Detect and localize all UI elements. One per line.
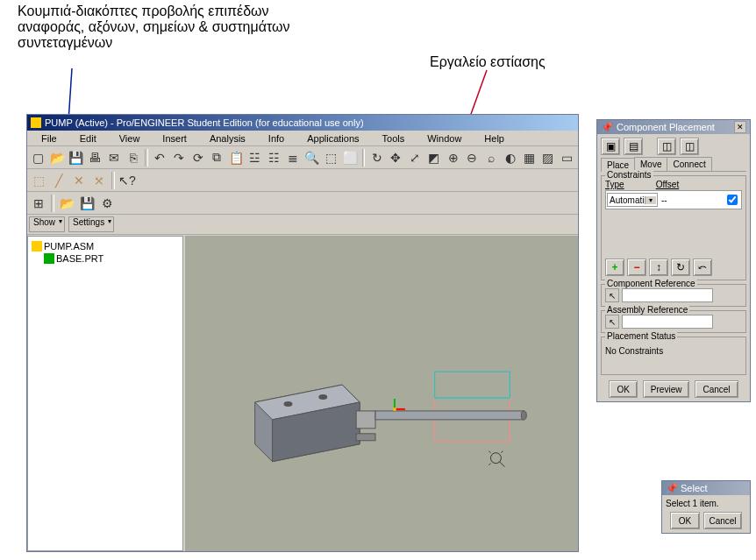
paste-icon[interactable]: 📋 — [227, 148, 246, 167]
svg-line-20 — [489, 464, 490, 465]
add-constraint-button[interactable]: + — [605, 259, 624, 276]
hidden-icon[interactable]: ▨ — [539, 148, 558, 167]
zoom-cursor-icon — [489, 451, 504, 467]
asm-ref-legend: Assembly Reference — [605, 305, 689, 315]
menu-view[interactable]: View — [109, 132, 151, 145]
asm-ref-field[interactable] — [622, 315, 713, 329]
wireframe-icon[interactable]: ▦ — [520, 148, 538, 167]
pin-icon: 📌 — [666, 483, 678, 494]
open-icon[interactable]: 📂 — [48, 148, 67, 167]
show-dropdown[interactable]: Show — [29, 216, 65, 232]
select-ok-button[interactable]: OK — [670, 512, 700, 529]
tree-opts-icon[interactable]: ⚙ — [97, 194, 117, 213]
asm-icon — [32, 241, 42, 252]
menu-applications[interactable]: Applications — [296, 132, 369, 145]
svg-point-12 — [521, 411, 526, 420]
close-icon[interactable]: ✕ — [734, 121, 746, 133]
cancel-button[interactable]: Cancel — [695, 380, 738, 398]
comp-ref-pick-icon[interactable]: ↖ — [605, 288, 619, 302]
orient-constraint-icon[interactable]: ↻ — [671, 259, 690, 276]
redo-icon[interactable]: ↷ — [170, 148, 189, 167]
show-refs-icon[interactable]: ▤ — [624, 138, 643, 155]
window-title: PUMP (Active) - Pro/ENGINEER Student Edi… — [45, 117, 364, 128]
constraint-check[interactable] — [727, 195, 738, 205]
show-model-icon[interactable]: ▣ — [601, 138, 620, 155]
zoomout-icon[interactable]: ⊖ — [463, 148, 481, 167]
select-prompt: Select 1 item. — [666, 499, 746, 508]
svg-point-7 — [283, 401, 292, 407]
remove-constraint-button[interactable]: − — [627, 259, 646, 276]
print-icon[interactable]: 🖶 — [86, 148, 104, 167]
svg-line-19 — [501, 451, 503, 453]
undo-icon[interactable]: ↶ — [151, 148, 169, 167]
tree-child-base[interactable]: BASE.PRT — [44, 252, 179, 265]
shade-icon[interactable]: ◐ — [501, 148, 519, 167]
svg-line-18 — [489, 451, 490, 453]
spin-icon[interactable]: ↻ — [367, 148, 386, 167]
pointer-help-icon[interactable]: ↖? — [118, 171, 137, 190]
svg-point-8 — [318, 394, 327, 400]
retrieve-constraint-icon[interactable]: ⤺ — [693, 259, 712, 276]
svg-line-17 — [499, 462, 504, 467]
titlebar: PUMP (Active) - Pro/ENGINEER Student Edi… — [27, 115, 578, 131]
pan-icon[interactable]: ✥ — [387, 148, 405, 167]
nohidden-icon[interactable]: ▭ — [558, 148, 576, 167]
save-icon[interactable]: 💾 — [67, 148, 85, 167]
datum-csys-toggle-icon[interactable]: ⤧ — [89, 171, 109, 190]
status-text: No Constraints — [605, 341, 742, 356]
mail-icon[interactable]: ✉ — [105, 148, 124, 167]
menu-info[interactable]: Info — [258, 132, 295, 145]
toolbar-datum: ⬚ ╱ ✕ ⤧ ↖? — [27, 169, 578, 192]
regen-icon[interactable]: ⟳ — [189, 148, 207, 167]
tree-layout-icon[interactable]: ⊞ — [29, 194, 48, 213]
constraint-type-combo[interactable]: Automatic — [607, 193, 658, 207]
selectall-icon[interactable]: ⬜ — [341, 148, 360, 167]
tree-root[interactable]: PUMP.ASM — [32, 240, 179, 252]
menu-insert[interactable]: Insert — [152, 132, 197, 145]
menu-analysis[interactable]: Analysis — [199, 132, 256, 145]
panel-title: 📌Component Placement ✕ — [597, 120, 750, 134]
zoomin-icon[interactable]: ⊕ — [444, 148, 462, 167]
graphics-canvas[interactable] — [185, 236, 578, 551]
tree-open-icon[interactable]: 📂 — [57, 194, 76, 213]
flip-constraint-icon[interactable]: ↕ — [649, 259, 668, 276]
menu-file[interactable]: File — [31, 132, 68, 145]
zoombox-icon[interactable]: ⌕ — [482, 148, 501, 167]
preview-button[interactable]: Preview — [643, 380, 690, 398]
menu-window[interactable]: Window — [417, 132, 472, 145]
ok-button[interactable]: OK — [609, 380, 637, 398]
window1-icon[interactable]: ◫ — [657, 138, 676, 155]
copy2-icon[interactable]: ⧉ — [208, 148, 226, 167]
datum-plane-toggle-icon[interactable]: ⬚ — [29, 171, 48, 190]
find-icon[interactable]: 🔍 — [303, 148, 322, 167]
menu-tools[interactable]: Tools — [372, 132, 416, 145]
select-cancel-button[interactable]: Cancel — [703, 512, 742, 529]
settings-dropdown[interactable]: Settings — [68, 216, 114, 232]
refit-icon[interactable]: ⤢ — [406, 148, 424, 167]
menu-help[interactable]: Help — [474, 132, 515, 145]
main-window: PUMP (Active) - Pro/ENGINEER Student Edi… — [26, 114, 579, 552]
menubar: File Edit View Insert Analysis Info Appl… — [27, 131, 578, 146]
tab-connect[interactable]: Connect — [667, 157, 711, 171]
svg-rect-10 — [356, 434, 375, 441]
tree-save-icon[interactable]: 💾 — [77, 194, 96, 213]
tab-move[interactable]: Move — [634, 157, 667, 171]
copy-icon[interactable]: ⎘ — [124, 148, 142, 167]
menu-edit[interactable]: Edit — [69, 132, 107, 145]
window2-icon[interactable]: ◫ — [680, 138, 699, 155]
select-dialog: 📌Select Select 1 item. OK Cancel — [661, 480, 751, 534]
datum-axis-toggle-icon[interactable]: ╱ — [49, 171, 68, 190]
new-icon[interactable]: ▢ — [29, 148, 47, 167]
layers-icon[interactable]: ≣ — [284, 148, 303, 167]
model-tree-pane: PUMP.ASM BASE.PRT — [27, 236, 183, 551]
tree-icon[interactable]: ☳ — [246, 148, 264, 167]
orient-icon[interactable]: ◩ — [425, 148, 444, 167]
select-icon[interactable]: ⬚ — [322, 148, 340, 167]
offset-header: Offset — [656, 180, 680, 189]
toolbar-main: ▢ 📂 💾 🖶 ✉ ⎘ ↶ ↷ ⟳ ⧉ 📋 ☳ ☷ ≣ 🔍 ⬚ ⬜ ↻ ✥ ⤢ … — [27, 146, 578, 169]
modeltree-icon[interactable]: ☷ — [265, 148, 283, 167]
datum-point-toggle-icon[interactable]: ✕ — [69, 171, 89, 190]
prt-icon — [44, 253, 54, 264]
comp-ref-field[interactable] — [622, 288, 713, 302]
asm-ref-pick-icon[interactable]: ↖ — [605, 315, 619, 329]
